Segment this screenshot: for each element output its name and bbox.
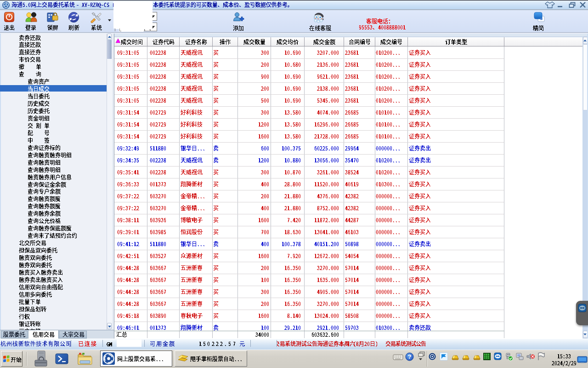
- svg-text:?: ?: [408, 353, 412, 360]
